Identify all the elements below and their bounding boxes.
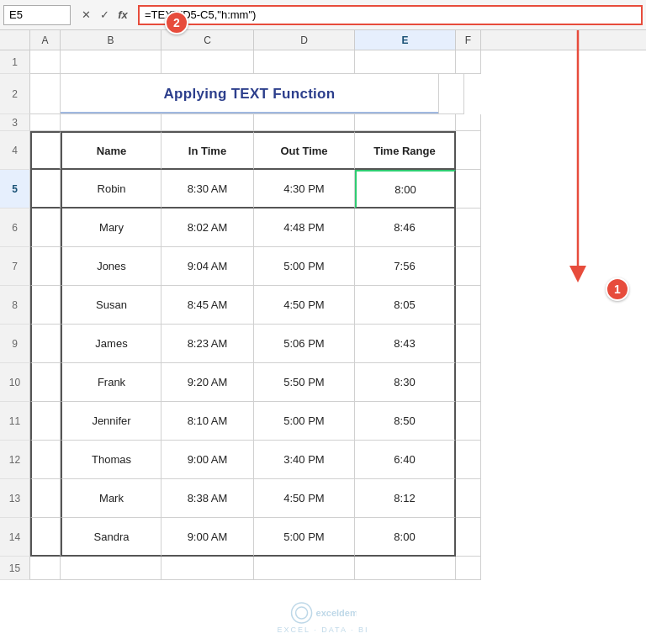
cell-e12[interactable]: 6:40 [355, 441, 456, 479]
cell-a13[interactable] [30, 479, 61, 518]
cell-d1[interactable] [254, 50, 355, 74]
cell-f7[interactable] [456, 247, 481, 286]
cell-a1[interactable] [30, 50, 61, 74]
cell-d8[interactable]: 4:50 PM [254, 286, 355, 325]
cell-c8[interactable]: 8:45 AM [162, 286, 254, 325]
cell-f9[interactable] [456, 325, 481, 363]
cell-a2[interactable] [30, 74, 61, 114]
cell-d3[interactable] [254, 114, 355, 131]
cell-d5[interactable]: 4:30 PM [254, 170, 355, 209]
cell-c1[interactable] [162, 50, 254, 74]
cell-a11[interactable] [30, 402, 61, 441]
formula-input[interactable]: =TEXT(D5-C5,"h:mm") [138, 5, 643, 25]
cell-e7[interactable]: 7:56 [355, 247, 456, 286]
cell-d4[interactable]: Out Time [254, 131, 355, 170]
cell-a8[interactable] [30, 286, 61, 325]
cell-b13[interactable]: Mark [61, 479, 162, 518]
cell-d13[interactable]: 4:50 PM [254, 479, 355, 518]
fx-icon[interactable]: fx [114, 7, 131, 24]
cell-f11[interactable] [456, 402, 481, 441]
cell-b4[interactable]: Name [61, 131, 162, 170]
confirm-icon[interactable]: ✓ [96, 7, 113, 24]
cell-c14[interactable]: 9:00 AM [162, 518, 254, 557]
cell-b8[interactable]: Susan [61, 286, 162, 325]
col-header-e[interactable]: E [355, 30, 456, 50]
cell-e3[interactable] [355, 114, 456, 131]
cell-f13[interactable] [456, 479, 481, 518]
watermark-logo-svg: exceldemy [289, 600, 357, 626]
cell-b15[interactable] [61, 557, 162, 580]
cell-e14[interactable]: 8:00 [355, 518, 456, 557]
cell-e4[interactable]: Time Range [355, 131, 456, 170]
cell-e6[interactable]: 8:46 [355, 209, 456, 247]
cell-d14[interactable]: 5:00 PM [254, 518, 355, 557]
cell-c12[interactable]: 9:00 AM [162, 441, 254, 479]
cell-reference-box[interactable]: E5 [3, 5, 71, 25]
cell-a14[interactable] [30, 518, 61, 557]
cell-a3[interactable] [30, 114, 61, 131]
cell-c10[interactable]: 9:20 AM [162, 363, 254, 402]
cell-a7[interactable] [30, 247, 61, 286]
cell-e10[interactable]: 8:30 [355, 363, 456, 402]
cell-d6[interactable]: 4:48 PM [254, 209, 355, 247]
col-header-a[interactable]: A [30, 30, 61, 50]
cell-c11[interactable]: 8:10 AM [162, 402, 254, 441]
cell-a12[interactable] [30, 441, 61, 479]
cell-e11[interactable]: 8:50 [355, 402, 456, 441]
cell-b9[interactable]: James [61, 325, 162, 363]
cell-c15[interactable] [162, 557, 254, 580]
cell-d9[interactable]: 5:06 PM [254, 325, 355, 363]
cell-b1[interactable] [61, 50, 162, 74]
cell-c3[interactable] [162, 114, 254, 131]
cell-b12[interactable]: Thomas [61, 441, 162, 479]
cell-a10[interactable] [30, 363, 61, 402]
cell-c5[interactable]: 8:30 AM [162, 170, 254, 209]
cell-f2[interactable] [439, 74, 464, 114]
cell-f12[interactable] [456, 441, 481, 479]
cell-e1[interactable] [355, 50, 456, 74]
cell-c9[interactable]: 8:23 AM [162, 325, 254, 363]
cell-a5[interactable] [30, 170, 61, 209]
cell-c4[interactable]: In Time [162, 131, 254, 170]
cell-a9[interactable] [30, 325, 61, 363]
cell-f15[interactable] [456, 557, 481, 580]
cell-e15[interactable] [355, 557, 456, 580]
cell-d11[interactable]: 5:00 PM [254, 402, 355, 441]
cell-f3[interactable] [456, 114, 481, 131]
cell-f14[interactable] [456, 518, 481, 557]
cell-f6[interactable] [456, 209, 481, 247]
cell-f4[interactable] [456, 131, 481, 170]
cell-c7[interactable]: 9:04 AM [162, 247, 254, 286]
cell-b14[interactable]: Sandra [61, 518, 162, 557]
cell-e13[interactable]: 8:12 [355, 479, 456, 518]
cancel-icon[interactable]: ✕ [77, 7, 94, 24]
cell-f5[interactable] [456, 170, 481, 209]
cell-b11[interactable]: Jennifer [61, 402, 162, 441]
col-header-f[interactable]: F [456, 30, 481, 50]
col-header-d[interactable]: D [254, 30, 355, 50]
table-row: 5 Robin 8:30 AM 4:30 PM 8:00 [0, 170, 646, 209]
col-header-b[interactable]: B [61, 30, 162, 50]
cell-e9[interactable]: 8:43 [355, 325, 456, 363]
cell-b3[interactable] [61, 114, 162, 131]
cell-f10[interactable] [456, 363, 481, 402]
cell-c6[interactable]: 8:02 AM [162, 209, 254, 247]
cell-b10[interactable]: Frank [61, 363, 162, 402]
cell-c13[interactable]: 8:38 AM [162, 479, 254, 518]
cell-a6[interactable] [30, 209, 61, 247]
cell-d7[interactable]: 5:00 PM [254, 247, 355, 286]
cell-b5[interactable]: Robin [61, 170, 162, 209]
cell-a15[interactable] [30, 557, 61, 580]
cell-d10[interactable]: 5:50 PM [254, 363, 355, 402]
row-num-5: 5 [0, 170, 30, 209]
cell-e8[interactable]: 8:05 [355, 286, 456, 325]
cell-d12[interactable]: 3:40 PM [254, 441, 355, 479]
cell-e5[interactable]: 8:00 [355, 170, 456, 209]
cell-b6[interactable]: Mary [61, 209, 162, 247]
cell-a4[interactable] [30, 131, 61, 170]
cell-f8[interactable] [456, 286, 481, 325]
table-row: 13 Mark 8:38 AM 4:50 PM 8:12 [0, 479, 646, 518]
cell-f1[interactable] [456, 50, 481, 74]
cell-d15[interactable] [254, 557, 355, 580]
cell-b7[interactable]: Jones [61, 247, 162, 286]
